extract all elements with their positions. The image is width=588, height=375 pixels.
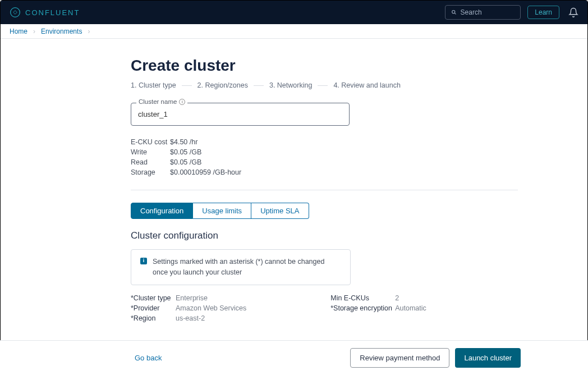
config-region-key: *Region: [131, 314, 176, 322]
step-networking: 3. Networking: [269, 81, 312, 89]
config-storage-enc-val: Automatic: [395, 304, 426, 312]
search-input[interactable]: [461, 8, 515, 16]
main-content: Create cluster 1. Cluster type 2. Region…: [1, 39, 587, 341]
cost-read-label: Read: [131, 158, 170, 166]
chevron-right-icon: ›: [33, 28, 35, 35]
config-cluster-type-val: Enterprise: [176, 294, 208, 302]
config-cluster-type-key: *Cluster type: [131, 294, 176, 302]
cost-ecku-value: $4.50 /hr: [170, 138, 197, 146]
cost-write-label: Write: [131, 148, 170, 156]
cost-ecku-label: E-CKU cost: [131, 138, 170, 146]
breadcrumb-environments[interactable]: Environments: [41, 28, 82, 35]
tab-usage-limits[interactable]: Usage limits: [193, 203, 251, 219]
info-banner: i Settings marked with an asterisk (*) c…: [131, 249, 351, 285]
step-separator: [254, 85, 264, 86]
cluster-name-field: Cluster name i: [131, 103, 350, 126]
info-icon: i: [140, 258, 147, 264]
page-title: Create cluster: [131, 57, 523, 75]
config-min-eckus-val: 2: [395, 294, 399, 302]
brand-logo[interactable]: CONFLUENT: [10, 7, 80, 18]
search-box[interactable]: [445, 5, 521, 20]
info-icon[interactable]: i: [179, 99, 185, 105]
cost-storage-label: Storage: [131, 168, 170, 176]
step-separator: [182, 85, 192, 86]
tab-uptime-sla[interactable]: Uptime SLA: [251, 203, 309, 219]
step-cluster-type: 1. Cluster type: [131, 81, 176, 89]
breadcrumb-home[interactable]: Home: [10, 28, 27, 35]
confluent-logo-icon: [10, 7, 21, 18]
config-region-val: us-east-2: [176, 314, 205, 322]
config-tabs: Configuration Usage limits Uptime SLA: [131, 203, 523, 219]
search-icon: [451, 9, 457, 16]
cost-write-value: $0.05 /GB: [170, 148, 201, 156]
go-back-link[interactable]: Go back: [135, 354, 162, 362]
breadcrumb: Home › Environments ›: [1, 24, 587, 39]
top-navigation: CONFLUENT Learn: [1, 1, 587, 24]
config-section-title: Cluster configuration: [131, 230, 523, 241]
divider: [131, 190, 518, 190]
learn-button[interactable]: Learn: [527, 6, 559, 19]
step-separator: [318, 85, 328, 86]
cost-table: E-CKU cost $4.50 /hr Write $0.05 /GB Rea…: [131, 138, 523, 176]
svg-line-2: [455, 13, 456, 14]
config-provider-val: Amazon Web Services: [176, 304, 246, 312]
footer-bar: Go back Review payment method Launch clu…: [0, 340, 588, 375]
chevron-right-icon: ›: [88, 28, 90, 35]
tab-configuration[interactable]: Configuration: [131, 203, 193, 219]
cost-read-value: $0.05 /GB: [170, 158, 201, 166]
cost-storage-value: $0.00010959 /GB-hour: [170, 168, 241, 176]
wizard-steps: 1. Cluster type 2. Region/zones 3. Netwo…: [131, 81, 523, 89]
config-grid: *Cluster type Enterprise *Provider Amazo…: [131, 294, 523, 324]
svg-point-0: [11, 8, 20, 17]
info-banner-text: Settings marked with an asterisk (*) can…: [153, 257, 341, 278]
launch-cluster-button[interactable]: Launch cluster: [455, 348, 521, 368]
config-storage-enc-key: *Storage encryption: [330, 304, 395, 312]
cluster-name-label: Cluster name: [139, 98, 177, 105]
config-min-eckus-key: Min E-CKUs: [330, 294, 395, 302]
brand-name: CONFLUENT: [25, 8, 80, 17]
config-provider-key: *Provider: [131, 304, 176, 312]
step-review-launch: 4. Review and launch: [333, 81, 401, 89]
review-payment-button[interactable]: Review payment method: [350, 348, 449, 368]
notifications-icon[interactable]: [568, 7, 578, 17]
svg-point-1: [452, 11, 455, 13]
step-region-zones: 2. Region/zones: [197, 81, 248, 89]
cluster-name-input[interactable]: [131, 103, 350, 126]
